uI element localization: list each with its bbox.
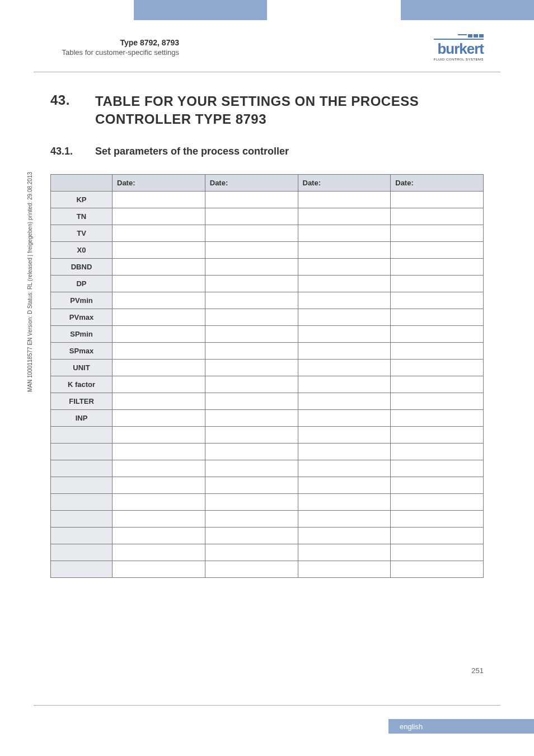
heading-2-number: 43.1. [50, 146, 95, 157]
logo-subtext: FLUID CONTROL SYSTEMS [434, 58, 484, 61]
heading-2: 43.1. Set parameters of the process cont… [50, 146, 484, 157]
parameter-table: Date: Date: Date: Date: KPTNTVX0DBNDDPPV… [50, 174, 484, 578]
top-seg-2 [134, 0, 268, 20]
data-cell [113, 325, 205, 342]
table-row [51, 510, 484, 527]
row-label: PVmin [51, 292, 113, 309]
table-row: INP [51, 409, 484, 426]
data-cell [205, 258, 298, 275]
table-row: SPmax [51, 342, 484, 359]
data-cell [298, 393, 391, 409]
row-label [51, 460, 113, 477]
table-row [51, 527, 484, 544]
data-cell [391, 477, 484, 493]
col-header-4: Date: [391, 174, 484, 191]
data-cell [113, 426, 205, 443]
row-label: FILTER [51, 393, 113, 409]
data-cell [113, 241, 205, 258]
header-divider [34, 72, 500, 72]
data-cell [113, 359, 205, 376]
data-cell [298, 561, 391, 577]
data-cell [391, 426, 484, 443]
top-seg-1 [0, 0, 134, 20]
row-label: K factor [51, 376, 113, 393]
data-cell [391, 376, 484, 393]
data-cell [391, 309, 484, 325]
table-row: SPmin [51, 325, 484, 342]
data-cell [298, 460, 391, 477]
heading-1: 43. TABLE FOR YOUR SETTINGS ON THE PROCE… [50, 92, 484, 129]
data-cell [113, 561, 205, 577]
data-cell [391, 325, 484, 342]
data-cell [391, 409, 484, 426]
side-meta-text: MAN 1000118577 EN Version: D Status: RL … [27, 172, 33, 392]
row-label [51, 510, 113, 527]
data-cell [205, 510, 298, 527]
data-cell [205, 309, 298, 325]
data-cell [113, 393, 205, 409]
heading-1-number: 43. [50, 92, 95, 129]
footer-language-bar: english [388, 719, 534, 734]
row-label [51, 443, 113, 460]
data-cell [113, 208, 205, 225]
data-cell [113, 443, 205, 460]
data-cell [113, 342, 205, 359]
row-label: KP [51, 191, 113, 208]
heading-2-text: Set parameters of the process controller [95, 146, 289, 157]
table-row: TV [51, 225, 484, 241]
data-cell [391, 460, 484, 477]
data-cell [205, 460, 298, 477]
data-cell [298, 225, 391, 241]
data-cell [113, 191, 205, 208]
data-cell [391, 342, 484, 359]
data-cell [113, 225, 205, 241]
logo-bars-icon [434, 34, 484, 38]
table-header-row: Date: Date: Date: Date: [51, 174, 484, 191]
data-cell [298, 510, 391, 527]
footer-divider [34, 705, 500, 706]
data-cell [391, 544, 484, 561]
table-row [51, 493, 484, 510]
data-cell [298, 376, 391, 393]
table-row [51, 544, 484, 561]
data-cell [205, 393, 298, 409]
table-row: UNIT [51, 359, 484, 376]
data-cell [298, 191, 391, 208]
data-cell [113, 493, 205, 510]
header-subtitle: Tables for customer-specific settings [50, 48, 179, 58]
col-header-3: Date: [298, 174, 391, 191]
top-seg-3 [267, 0, 401, 20]
row-label: SPmax [51, 342, 113, 359]
table-row [51, 561, 484, 577]
data-cell [205, 493, 298, 510]
row-label: UNIT [51, 359, 113, 376]
data-cell [391, 510, 484, 527]
table-row: TN [51, 208, 484, 225]
data-cell [205, 443, 298, 460]
data-cell [391, 443, 484, 460]
data-cell [113, 376, 205, 393]
data-cell [391, 292, 484, 309]
footer-language-label: english [400, 722, 423, 731]
data-cell [298, 409, 391, 426]
data-cell [205, 325, 298, 342]
data-cell [113, 292, 205, 309]
row-label: TN [51, 208, 113, 225]
data-cell [205, 477, 298, 493]
table-row [51, 477, 484, 493]
data-cell [298, 443, 391, 460]
row-label [51, 561, 113, 577]
row-label: TV [51, 225, 113, 241]
data-cell [113, 460, 205, 477]
data-cell [205, 359, 298, 376]
data-cell [298, 426, 391, 443]
data-cell [205, 426, 298, 443]
data-cell [113, 544, 205, 561]
data-cell [391, 359, 484, 376]
col-header-0 [51, 174, 113, 191]
data-cell [298, 527, 391, 544]
table-row: DP [51, 275, 484, 292]
brand-logo: burkert FLUID CONTROL SYSTEMS [434, 34, 484, 61]
data-cell [391, 208, 484, 225]
data-cell [298, 359, 391, 376]
